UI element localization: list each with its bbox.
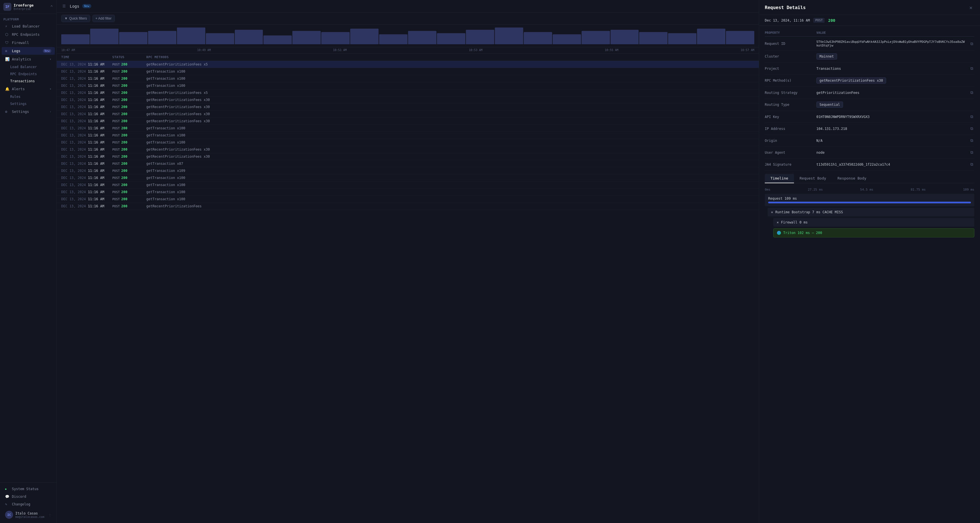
- routing-type-value: Sequential: [816, 102, 971, 108]
- tab-timeline[interactable]: Timeline: [765, 174, 794, 183]
- table-row[interactable]: DEC 13, 2024 11:16 AM POST 200 getRecent…: [57, 111, 759, 118]
- copy-api-key-button[interactable]: ⧉: [969, 114, 974, 120]
- copy-ja4-button[interactable]: ⧉: [969, 161, 974, 167]
- sidebar-item-alerts-rules[interactable]: Rules: [8, 93, 55, 100]
- user-agent-value: node: [816, 151, 966, 155]
- chart-bar: [119, 32, 148, 44]
- chart-bar: [611, 30, 639, 44]
- sidebar-item-analytics-transactions[interactable]: Transactions: [8, 78, 55, 85]
- timeline-triton-item: Triton 102 ms – 200: [773, 228, 974, 238]
- routing-strategy-value: getPrioritizationFees: [816, 91, 966, 95]
- alerts-submenu: Rules Settings: [8, 93, 56, 107]
- log-rpc-method: getRecentPrioritizationFees x30: [146, 119, 754, 123]
- table-row[interactable]: DEC 13, 2024 11:16 AM POST 200 getTransa…: [57, 174, 759, 182]
- user-profile[interactable]: IC Italo Casas me@italocasas.com ⋮: [2, 509, 55, 520]
- routing-strategy-link-button[interactable]: ⧉: [969, 89, 974, 96]
- log-rpc-method: getTransaction x100: [146, 84, 754, 88]
- table-row[interactable]: DEC 13, 2024 11:16 AM POST 200 getTransa…: [57, 196, 759, 203]
- chart-bar: [466, 30, 494, 44]
- project-link-button[interactable]: ⧉: [969, 65, 974, 72]
- log-status: POST 200: [112, 169, 146, 173]
- copy-ip-button[interactable]: ⧉: [969, 126, 974, 132]
- cluster-label: Cluster: [765, 54, 813, 58]
- table-row[interactable]: DEC 13, 2024 11:16 AM POST 200 getRecent…: [57, 61, 759, 68]
- chart-bar: [726, 31, 754, 44]
- sidebar-item-load-balancer[interactable]: ⚡ Load Balancer: [2, 22, 55, 30]
- quick-filters-button[interactable]: ▼ Quick filters: [61, 15, 90, 22]
- copy-user-agent-button[interactable]: ⧉: [969, 150, 974, 155]
- copy-request-id-button[interactable]: ⧉: [969, 41, 974, 47]
- table-row[interactable]: DEC 13, 2024 11:16 AM POST 200 getTransa…: [57, 167, 759, 174]
- tab-response-body[interactable]: Response Body: [832, 174, 872, 183]
- sidebar-item-analytics-rpc-endpoints[interactable]: RPC Endpoints: [8, 71, 55, 77]
- table-row[interactable]: DEC 13, 2024 11:16 AM POST 200 getTransa…: [57, 125, 759, 132]
- table-row[interactable]: DEC 13, 2024 11:16 AM POST 200 getRecent…: [57, 146, 759, 153]
- table-row[interactable]: DEC 13, 2024 11:16 AM POST 200 getTransa…: [57, 189, 759, 196]
- sidebar-item-firewall[interactable]: 🛡 Firewall: [2, 39, 55, 46]
- table-row[interactable]: DEC 13, 2024 11:16 AM POST 200 getTransa…: [57, 139, 759, 146]
- log-rpc-method: getRecentPrioritizationFees x5: [146, 62, 754, 66]
- log-time: DEC 13, 2024 11:16 AM: [61, 162, 112, 166]
- log-rpc-method: getRecentPrioritizationFees x30: [146, 105, 754, 109]
- sidebar-toggle-button[interactable]: ☰: [61, 3, 67, 10]
- log-time: DEC 13, 2024 11:16 AM: [61, 91, 112, 95]
- log-status: POST 200: [112, 126, 146, 130]
- chart-label: 10:53 AM: [469, 48, 482, 52]
- table-row[interactable]: DEC 13, 2024 11:16 AM POST 200 getTransa…: [57, 68, 759, 75]
- log-rpc-method: getRecentPrioritizationFees x5: [146, 91, 754, 95]
- log-status: POST 200: [112, 77, 146, 81]
- ip-address-value: 104.131.173.218: [816, 127, 966, 131]
- chart-area: [57, 25, 759, 47]
- user-avatar: IC: [5, 511, 13, 519]
- log-status: POST 200: [112, 84, 146, 88]
- sidebar-item-logs[interactable]: ≡ Logs New: [2, 47, 55, 55]
- log-rpc-method: getRecentPrioritizationFees x30: [146, 147, 754, 151]
- log-status: POST 200: [112, 119, 146, 123]
- sidebar-item-analytics[interactable]: 📊 Analytics ▾: [2, 55, 55, 63]
- table-row[interactable]: DEC 13, 2024 11:16 AM POST 200 getTransa…: [57, 182, 759, 189]
- sidebar-item-rpc-endpoints[interactable]: ⬡ RPC Endpoints: [2, 30, 55, 38]
- sidebar-footer: ● System Status 💬 Discord ✎ Changelog IC…: [0, 482, 56, 523]
- add-filter-button[interactable]: + Add filter: [92, 15, 115, 22]
- sidebar-item-analytics-load-balancer[interactable]: Load Balancer: [8, 64, 55, 70]
- request-bar-fill: [768, 202, 971, 203]
- analytics-icon: 📊: [5, 57, 10, 61]
- sidebar-item-changelog[interactable]: ✎ Changelog: [2, 501, 55, 508]
- sidebar-item-alerts-settings[interactable]: Settings: [8, 100, 55, 107]
- sidebar-item-alerts[interactable]: 🔔 Alerts ▾: [2, 85, 55, 93]
- table-row[interactable]: DEC 13, 2024 11:16 AM POST 200 getRecent…: [57, 89, 759, 96]
- panel-close-button[interactable]: ✕: [967, 4, 974, 11]
- log-rpc-method: getRecentPrioritizationFees x30: [146, 98, 754, 102]
- firewall-label: Firewall 0 ms: [781, 220, 808, 224]
- chart-bar: [206, 33, 234, 44]
- chart-bar: [292, 31, 321, 44]
- sidebar-item-discord[interactable]: 💬 Discord: [2, 493, 55, 500]
- table-row[interactable]: DEC 13, 2024 11:16 AM POST 200 getRecent…: [57, 104, 759, 111]
- log-status: POST 200: [112, 112, 146, 116]
- quick-filters-label: Quick filters: [69, 16, 87, 21]
- log-time: DEC 13, 2024 11:16 AM: [61, 133, 112, 137]
- scale-0ms: 0ms: [765, 188, 770, 191]
- table-row[interactable]: DEC 13, 2024 11:16 AM POST 200 getRecent…: [57, 118, 759, 125]
- table-row[interactable]: DEC 13, 2024 11:16 AM POST 200 getTransa…: [57, 160, 759, 167]
- sidebar-expand-icon[interactable]: ⌃: [50, 4, 53, 10]
- panel-meta-date: Dec 13, 2024, 11:16 AM: [765, 18, 810, 22]
- user-name: Italo Casas: [15, 511, 46, 515]
- table-row[interactable]: DEC 13, 2024 11:16 AM POST 200 getRecent…: [57, 203, 759, 210]
- table-row[interactable]: DEC 13, 2024 11:16 AM POST 200 getTransa…: [57, 82, 759, 89]
- app-plan: Enterprise: [14, 7, 48, 11]
- table-row[interactable]: DEC 13, 2024 11:16 AM POST 200 getRecent…: [57, 96, 759, 104]
- table-row[interactable]: DEC 13, 2024 11:16 AM POST 200 getRecent…: [57, 153, 759, 160]
- table-row[interactable]: DEC 13, 2024 11:16 AM POST 200 getTransa…: [57, 132, 759, 139]
- tab-request-body[interactable]: Request Body: [794, 174, 832, 183]
- page-title: Logs: [70, 4, 80, 8]
- sidebar-item-settings[interactable]: ⚙ Settings ›: [2, 108, 55, 115]
- sidebar-item-system-status[interactable]: ● System Status: [2, 485, 55, 493]
- log-status: POST 200: [112, 98, 146, 102]
- settings-expand-icon: ›: [49, 110, 51, 113]
- log-table: Time Status RPC Methods DEC 13, 2024 11:…: [57, 54, 759, 523]
- copy-origin-button[interactable]: ⧉: [969, 137, 974, 144]
- logs-new-badge: New: [43, 49, 51, 53]
- table-row[interactable]: DEC 13, 2024 11:16 AM POST 200 getTransa…: [57, 75, 759, 82]
- log-rpc-method: getTransaction x100: [146, 126, 754, 130]
